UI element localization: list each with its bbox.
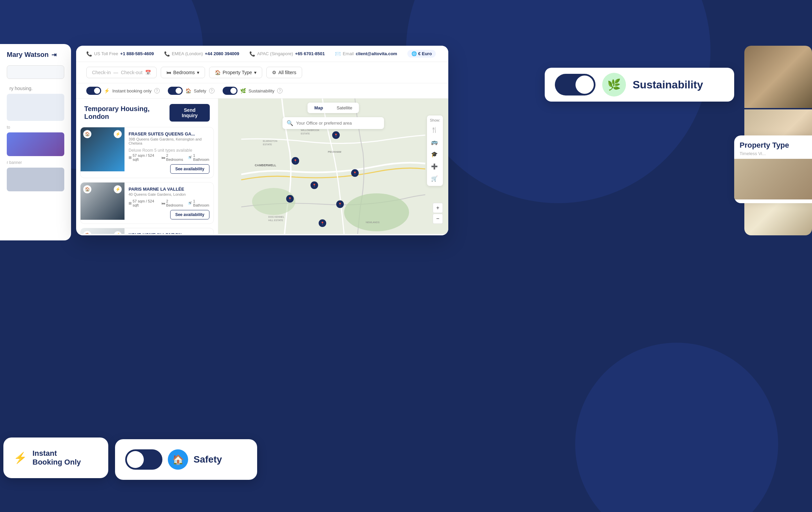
- right-property-card: Property Type Timeless Vi...: [734, 135, 812, 203]
- sustainability-leaf-icon: 🌿: [602, 73, 626, 97]
- zoom-in-btn[interactable]: +: [433, 203, 443, 213]
- svg-text:ESTATE: ESTATE: [263, 143, 272, 146]
- lightning-icon-large: ⚡: [14, 451, 27, 464]
- left-text: ry housing.: [7, 83, 64, 94]
- contact-email: ✉️ Email client@altovita.com: [335, 51, 397, 57]
- svg-text:PECKHAM: PECKHAM: [328, 150, 341, 153]
- listings-header: Temporary Housing, London Send Inquiry: [76, 99, 218, 127]
- see-availability-btn-2[interactable]: See availability: [170, 210, 209, 219]
- property-info-3: YOUR HOME IN LONDON 39B Queens Gate Gard…: [125, 228, 213, 234]
- bg-decoration-3: [575, 343, 778, 512]
- svg-text:📍: 📍: [320, 221, 324, 226]
- svg-text:HILL ESTATE: HILL ESTATE: [268, 219, 283, 222]
- left-photo-label: to: [7, 125, 64, 130]
- globe-icon: 🌐: [411, 51, 417, 56]
- checkout-label: Check-out: [121, 70, 142, 75]
- instant-booking-toggle[interactable]: [86, 87, 101, 95]
- bed-icon-2: 🛏: [161, 201, 165, 205]
- bed-icon-1: 🛏: [161, 155, 165, 159]
- size-meta-2: ⊞ 57 sqm / 524 sqft: [129, 199, 157, 207]
- lightning-icon-small: ⚡: [104, 88, 110, 93]
- email-value: client@altovita.com: [356, 51, 397, 56]
- left-image: [7, 132, 64, 156]
- sustainability-card: 🌿 Sustainability: [545, 68, 734, 102]
- safety-help[interactable]: ?: [209, 88, 215, 93]
- svg-text:CAMBERWELL: CAMBERWELL: [255, 164, 276, 167]
- bedrooms-meta-2: 🛏 2 Bedrooms: [161, 199, 183, 207]
- safety-icon-small: 🏠: [185, 88, 191, 93]
- header-bar: 📞 US Toll Free +1 888-585-4609 📞 EMEA (L…: [76, 46, 448, 62]
- property-info-2: PARIS MARNE LA VALLÉE 40 Queens Gate Gar…: [125, 183, 213, 223]
- show-label: Show:: [430, 118, 440, 122]
- safety-toggle[interactable]: [168, 87, 183, 95]
- safety-card: 🏠 Safety: [115, 439, 257, 480]
- property-address-2: 40 Queens Gate Gardens, London: [129, 192, 209, 196]
- svg-point-1: [344, 193, 409, 231]
- sustainability-toggle-small[interactable]: [223, 87, 238, 95]
- svg-text:📍: 📍: [312, 184, 316, 188]
- listings-panel: Temporary Housing, London Send Inquiry 🏠…: [76, 99, 218, 234]
- right-property-subtitle: Timeless Vi...: [734, 151, 812, 156]
- show-schools-icon[interactable]: 🎓: [430, 149, 439, 159]
- property-card-2[interactable]: 🏠 ⚡ PARIS MARNE LA VALLÉE 40 Queens Gate…: [80, 182, 214, 224]
- bathrooms-meta-2: 🚿 1 Bathroom: [187, 199, 209, 207]
- property-badge-1: 🏠: [83, 130, 91, 138]
- map-search-input[interactable]: [296, 121, 380, 126]
- safety-circle-icon: 🏠: [168, 449, 188, 470]
- right-property-image: [734, 159, 812, 199]
- currency-selector[interactable]: 🌐 € Euro: [407, 50, 436, 58]
- size-meta-1: ⊞ 57 sqm / 524 sqft: [129, 153, 157, 162]
- property-type-icon: 🏠: [215, 70, 221, 75]
- map-tab-map[interactable]: Map: [308, 103, 330, 113]
- checkin-filter[interactable]: Check-in — Check-out 📅: [86, 67, 157, 78]
- user-name-display: Mary Watson ⇥: [7, 51, 64, 59]
- svg-text:ESTATE: ESTATE: [301, 132, 310, 135]
- room-type-1: Deluxe Room 5 unit types available: [129, 148, 209, 153]
- contact-emea: 📞 EMEA (London) +44 2080 394009: [164, 51, 239, 57]
- instant-booking-help[interactable]: ?: [154, 88, 160, 93]
- phone-icon-apac: 📞: [249, 51, 255, 57]
- logout-icon[interactable]: ⇥: [51, 51, 57, 59]
- map-tab-satellite[interactable]: Satellite: [330, 103, 359, 113]
- map-search-icon: 🔍: [287, 120, 293, 126]
- instant-booking-knob: [94, 88, 100, 94]
- room-meta-1: ⊞ 57 sqm / 524 sqft 🛏 2 Bedrooms 🚿 1 Bat…: [129, 153, 209, 162]
- all-filters-btn[interactable]: ⚙ All filters: [266, 67, 302, 78]
- property-card-3[interactable]: 🏠 ⚡ YOUR HOME IN LONDON 39B Queens Gate …: [80, 228, 214, 234]
- bedrooms-meta-1: 🛏 2 Bedrooms: [161, 153, 183, 162]
- send-inquiry-button[interactable]: Send Inquiry: [170, 104, 210, 122]
- bg-decoration-2: [406, 0, 710, 203]
- sustainability-toggle[interactable]: [555, 74, 595, 95]
- property-card[interactable]: 🏠 ⚡ FRASER SUITES QUEENS GA... 39B Queen…: [80, 127, 214, 178]
- us-phone: +1 888-585-4609: [120, 51, 154, 56]
- property-type-chevron: ▾: [254, 70, 256, 75]
- leaf-icon-small: 🌿: [240, 88, 246, 93]
- safety-label: Safety: [194, 88, 206, 93]
- show-shopping-icon[interactable]: 🛒: [430, 174, 439, 183]
- safety-big-toggle[interactable]: [125, 449, 162, 470]
- bedrooms-filter[interactable]: 🛏 Bedrooms ▾: [161, 67, 205, 78]
- svg-text:WILLOWBROOK: WILLOWBROOK: [301, 129, 319, 132]
- sustainability-help[interactable]: ?: [277, 88, 283, 93]
- bathrooms-meta-1: 🚿 1 Bathroom: [187, 153, 209, 162]
- svg-text:📍: 📍: [353, 171, 357, 175]
- size-icon-1: ⊞: [129, 155, 132, 160]
- left-panel: Mary Watson ⇥ ry housing. to r banner: [0, 44, 71, 240]
- left-search-input[interactable]: [7, 65, 64, 79]
- bath-icon-1: 🚿: [187, 155, 192, 160]
- left-banner-label: r banner: [7, 160, 64, 165]
- right-property-title: Property Type: [734, 135, 812, 151]
- show-transit-icon[interactable]: 🚌: [430, 137, 439, 147]
- toggle-row: ⚡ Instant booking only ? 🏠 Safety ? 🌿 Su…: [76, 83, 448, 99]
- see-availability-btn-1[interactable]: See availability: [170, 164, 209, 174]
- property-image-2: 🏠 ⚡: [81, 183, 125, 223]
- content-area: Temporary Housing, London Send Inquiry 🏠…: [76, 99, 448, 234]
- emea-phone: +44 2080 394009: [205, 51, 239, 56]
- property-type-filter[interactable]: 🏠 Property Type ▾: [209, 67, 262, 78]
- apac-phone: +65 6701-8501: [295, 51, 325, 56]
- show-restaurants-icon[interactable]: 🍴: [430, 125, 439, 134]
- bedrooms-label: Bedrooms: [173, 70, 195, 75]
- property-lightning-1: ⚡: [114, 130, 122, 138]
- show-medical-icon[interactable]: ➕: [430, 162, 439, 171]
- zoom-out-btn[interactable]: −: [433, 214, 443, 224]
